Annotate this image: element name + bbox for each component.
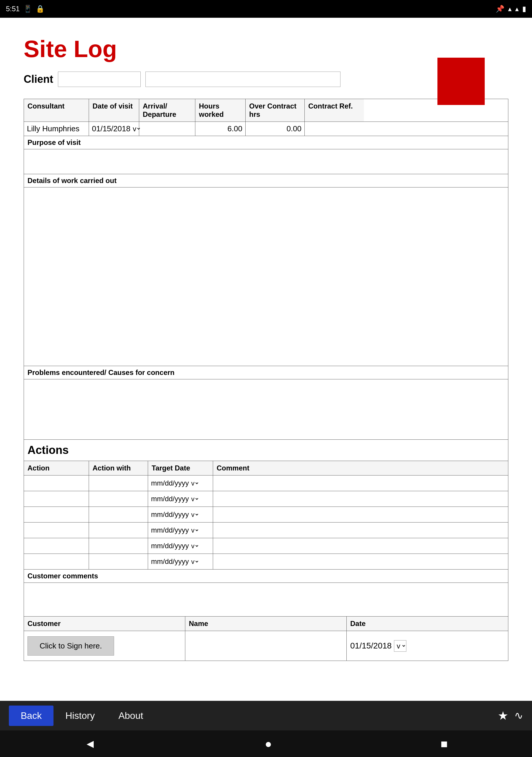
- action-with-input-1[interactable]: [92, 479, 145, 487]
- action-with-6[interactable]: [89, 554, 148, 569]
- action-input-3[interactable]: [27, 510, 86, 519]
- arrival-departure-cell[interactable]: [139, 122, 195, 136]
- comment-2[interactable]: [213, 491, 508, 506]
- system-nav-bar: ◄ ● ■: [0, 730, 532, 757]
- action-with-3[interactable]: [89, 507, 148, 522]
- action-with-4[interactable]: [89, 523, 148, 538]
- nav-right-icons: ★ ∿: [498, 709, 523, 722]
- client-input-short[interactable]: [58, 72, 141, 87]
- target-date-3[interactable]: mm/dd/yyyy v: [148, 507, 213, 522]
- customer-comments-textarea[interactable]: [27, 585, 505, 612]
- action-4[interactable]: [24, 523, 89, 538]
- target-date-select-6[interactable]: v: [190, 558, 199, 566]
- target-date-2[interactable]: mm/dd/yyyy v: [148, 491, 213, 506]
- action-with-input-3[interactable]: [92, 510, 145, 519]
- client-row: Client: [24, 72, 508, 87]
- about-nav-item[interactable]: About: [107, 706, 155, 726]
- comment-input-3[interactable]: [216, 510, 505, 519]
- action-input-4[interactable]: [27, 526, 86, 534]
- sig-date-dropdown[interactable]: v: [394, 640, 406, 652]
- status-bar-left: 5:51 📱 🔒: [6, 5, 44, 13]
- android-home-button[interactable]: ●: [265, 737, 272, 750]
- nav-container: Back History About ★ ∿ ◄ ● ■: [0, 701, 532, 757]
- history-nav-item[interactable]: History: [53, 706, 107, 726]
- wifi-nav-icon: ∿: [514, 710, 523, 722]
- target-date-5[interactable]: mm/dd/yyyy v: [148, 538, 213, 554]
- consultant-name: Lilly Humphries: [27, 124, 79, 133]
- form-section: Consultant Date of visit Arrival/ Depart…: [24, 99, 508, 661]
- customer-col-label: Customer: [24, 617, 185, 631]
- client-input-long[interactable]: [145, 72, 340, 87]
- comment-input-2[interactable]: [216, 495, 505, 503]
- target-date-1[interactable]: mm/dd/yyyy v: [148, 475, 213, 491]
- action-with-1[interactable]: [89, 475, 148, 491]
- comment-input-6[interactable]: [216, 558, 505, 566]
- comment-3[interactable]: [213, 507, 508, 522]
- app-nav-bar: Back History About ★ ∿: [0, 701, 532, 730]
- consultant-data-row: Lilly Humphries 01/15/2018 v 6.00 0.00: [24, 122, 508, 136]
- comment-input-4[interactable]: [216, 526, 505, 534]
- comment-5[interactable]: [213, 538, 508, 554]
- date-visit-value: 01/15/2018: [92, 124, 130, 133]
- action-row-3: mm/dd/yyyy v: [24, 507, 508, 523]
- action-with-input-4[interactable]: [92, 526, 145, 534]
- arrival-departure-input[interactable]: [142, 124, 192, 133]
- action-input-5[interactable]: [27, 542, 86, 550]
- col-contract-ref: Contract Ref.: [305, 99, 364, 122]
- action-with-input-5[interactable]: [92, 542, 145, 550]
- comment-input-5[interactable]: [216, 542, 505, 550]
- comment-1[interactable]: [213, 475, 508, 491]
- target-date-select-5[interactable]: v: [190, 542, 199, 550]
- action-2[interactable]: [24, 491, 89, 506]
- comment-6[interactable]: [213, 554, 508, 569]
- android-recents-button[interactable]: ■: [440, 737, 448, 750]
- target-date-6[interactable]: mm/dd/yyyy v: [148, 554, 213, 569]
- actions-header-row: Action Action with Target Date Comment: [24, 461, 508, 475]
- action-6[interactable]: [24, 554, 89, 569]
- target-date-select-3[interactable]: v: [190, 511, 199, 519]
- purpose-textarea[interactable]: [27, 152, 505, 169]
- problems-textarea[interactable]: [27, 382, 505, 435]
- target-date-select-1[interactable]: v: [190, 479, 199, 487]
- date-value-cell[interactable]: 01/15/2018 v: [347, 631, 508, 661]
- action-with-input-6[interactable]: [92, 558, 145, 566]
- sign-button[interactable]: Click to Sign here.: [27, 636, 114, 655]
- name-value-cell[interactable]: [185, 631, 347, 661]
- action-1[interactable]: [24, 475, 89, 491]
- action-with-input-2[interactable]: [92, 495, 145, 503]
- col-comment: Comment: [213, 461, 508, 475]
- sig-date-value: 01/15/2018: [350, 641, 392, 651]
- location-icon: 📌: [496, 5, 505, 13]
- target-date-4[interactable]: mm/dd/yyyy v: [148, 523, 213, 538]
- hours-worked-cell: 6.00: [195, 122, 246, 136]
- status-bar: 5:51 📱 🔒 📌 ▴ ▴ ▮: [0, 0, 532, 18]
- customer-sig-header: Customer Name Date: [24, 617, 508, 631]
- date-visit-cell[interactable]: 01/15/2018 v: [89, 122, 139, 136]
- actions-title: Actions: [24, 440, 508, 461]
- contract-ref-cell[interactable]: [305, 122, 364, 136]
- action-with-5[interactable]: [89, 538, 148, 554]
- purpose-label: Purpose of visit: [24, 136, 508, 149]
- details-textarea[interactable]: [27, 190, 505, 361]
- name-input[interactable]: [189, 641, 343, 651]
- star-icon[interactable]: ★: [498, 709, 508, 722]
- status-time: 5:51: [6, 5, 20, 13]
- sign-button-cell[interactable]: Click to Sign here.: [24, 631, 185, 661]
- target-date-select-4[interactable]: v: [190, 526, 199, 534]
- action-input-2[interactable]: [27, 495, 86, 503]
- back-button[interactable]: Back: [9, 706, 53, 726]
- action-5[interactable]: [24, 538, 89, 554]
- action-3[interactable]: [24, 507, 89, 522]
- target-date-select-2[interactable]: v: [190, 495, 199, 503]
- contract-ref-input[interactable]: [308, 124, 361, 133]
- signal-icon: ▴: [515, 5, 519, 13]
- comment-input-1[interactable]: [216, 479, 505, 487]
- comment-4[interactable]: [213, 523, 508, 538]
- col-consultant: Consultant: [24, 99, 89, 122]
- col-hours: Hours worked: [195, 99, 246, 122]
- action-input-6[interactable]: [27, 558, 86, 566]
- action-input-1[interactable]: [27, 479, 86, 487]
- action-with-2[interactable]: [89, 491, 148, 506]
- android-back-button[interactable]: ◄: [84, 737, 96, 750]
- col-over-contract: Over Contract hrs: [246, 99, 305, 122]
